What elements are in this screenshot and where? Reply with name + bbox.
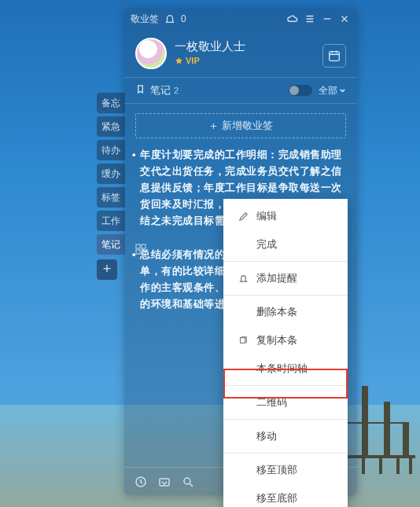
menu-edit-label: 编辑	[256, 209, 277, 223]
context-menu: 编辑 完成 添加提醒 删除本条 复制本条 本条时间轴 二维码	[223, 199, 348, 507]
svg-rect-1	[136, 244, 140, 248]
menu-delete[interactable]: 删除本条	[223, 298, 348, 326]
edit-icon	[238, 211, 249, 222]
category-tab[interactable]: 缓办	[97, 163, 125, 184]
menu-separator	[223, 385, 348, 386]
clock-icon[interactable]	[134, 475, 148, 489]
menu-to-top-label: 移至顶部	[256, 463, 297, 477]
bell-icon[interactable]	[164, 13, 176, 25]
menu-edit[interactable]: 编辑	[223, 202, 348, 230]
bell-icon	[238, 273, 249, 284]
menu-to-bottom[interactable]: 移至底部	[223, 484, 348, 507]
section-tabbar: 笔记 2 全部	[124, 77, 357, 104]
menu-qrcode[interactable]: 二维码	[223, 388, 348, 417]
notes-tab-label[interactable]: 笔记	[150, 83, 171, 97]
menu-complete-label: 完成	[256, 237, 277, 252]
add-category-button[interactable]: +	[97, 259, 117, 280]
view-toggle-switch[interactable]	[289, 85, 312, 96]
category-tab[interactable]: 标签	[97, 187, 125, 208]
category-tab[interactable]: 工作	[97, 211, 125, 231]
svg-point-7	[184, 478, 190, 484]
notification-count: 0	[181, 13, 186, 24]
svg-rect-8	[241, 338, 245, 344]
svg-rect-4	[142, 250, 146, 254]
menu-add-reminder[interactable]: 添加提醒	[223, 264, 348, 292]
svg-rect-3	[136, 250, 140, 254]
menu-complete[interactable]: 完成	[223, 230, 348, 259]
menu-qrcode-label: 二维码	[256, 395, 287, 410]
menu-separator	[223, 419, 348, 420]
username: 一枚敬业人士	[175, 39, 245, 54]
bookmark-icon	[135, 84, 146, 97]
grid-view-icon[interactable]	[135, 244, 146, 255]
archive-icon[interactable]	[157, 475, 171, 489]
add-note-button[interactable]: 新增敬业签	[135, 113, 346, 138]
menu-move[interactable]: 移动	[223, 422, 348, 450]
vip-label: VIP	[186, 56, 200, 65]
category-tabs: 备忘紧急待办缓办标签工作笔记+	[97, 93, 125, 280]
menu-icon[interactable]	[304, 13, 316, 25]
svg-rect-0	[330, 52, 340, 61]
category-tab[interactable]: 备忘	[97, 93, 125, 113]
filter-dropdown[interactable]: 全部	[319, 84, 346, 97]
menu-separator	[223, 295, 348, 296]
menu-to-bottom-label: 移至底部	[256, 491, 297, 505]
search-icon[interactable]	[181, 475, 195, 489]
menu-timeline-label: 本条时间轴	[256, 362, 308, 376]
copy-icon	[238, 335, 249, 346]
minimize-icon[interactable]	[321, 13, 333, 25]
menu-add-reminder-label: 添加提醒	[256, 271, 297, 285]
svg-rect-2	[142, 244, 146, 248]
app-name: 敬业签	[131, 13, 159, 26]
menu-delete-label: 删除本条	[256, 305, 297, 319]
cloud-sync-icon[interactable]	[286, 13, 299, 25]
menu-move-label: 移动	[256, 429, 277, 443]
menu-to-top[interactable]: 移至顶部	[223, 456, 348, 484]
vip-badge: VIP	[175, 56, 200, 65]
add-note-label: 新增敬业签	[222, 119, 273, 133]
filter-label: 全部	[319, 84, 337, 97]
desktop-background: 备忘紧急待办缓办标签工作笔记+ 敬业签 0	[0, 0, 420, 507]
menu-separator	[223, 453, 348, 454]
category-tab[interactable]: 待办	[97, 140, 125, 160]
category-tab[interactable]: 笔记	[97, 234, 125, 255]
menu-timeline[interactable]: 本条时间轴	[223, 355, 348, 383]
calendar-button[interactable]	[322, 44, 346, 68]
menu-separator	[223, 261, 348, 262]
titlebar: 敬业签 0	[124, 8, 357, 30]
category-tab[interactable]: 紧急	[97, 116, 125, 137]
avatar[interactable]	[135, 38, 167, 69]
close-icon[interactable]	[338, 13, 351, 25]
menu-copy-label: 复制本条	[256, 333, 297, 347]
notes-count: 2	[174, 86, 179, 95]
menu-copy[interactable]: 复制本条	[223, 326, 348, 355]
